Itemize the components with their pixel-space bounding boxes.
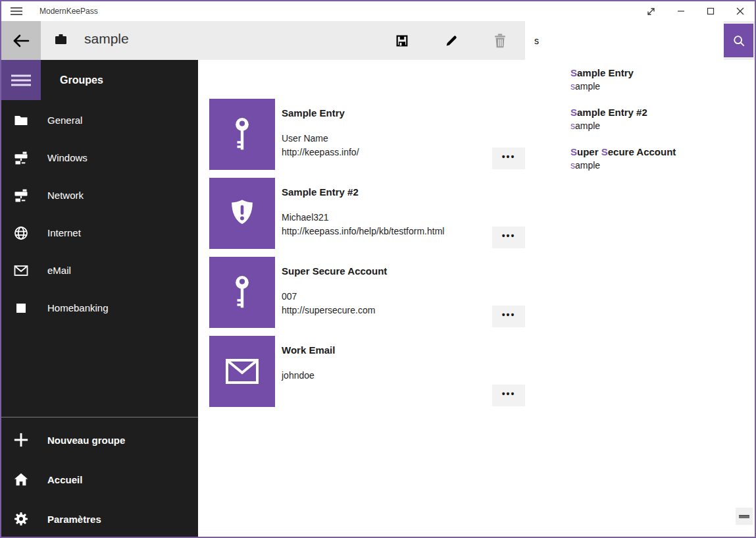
envelope-icon [225, 358, 259, 385]
square-icon [13, 300, 29, 316]
edit-button[interactable] [436, 21, 467, 60]
entry-sample-entry[interactable]: Sample Entry User Name http://keepass.in… [209, 99, 525, 170]
suggestion-title: Sample Entry #2 [570, 106, 755, 119]
folder-icon [13, 113, 29, 128]
briefcase-icon [55, 34, 66, 44]
sidebar-separator [1, 417, 198, 417]
maximize-icon [707, 7, 715, 15]
entry-tile [209, 178, 275, 249]
entry-text: Work Email johndoe [275, 336, 335, 407]
suggestion-sample-entry[interactable]: Sample Entry sample [559, 64, 755, 103]
save-icon [395, 34, 409, 48]
sidebar-item-label: Nouveau groupe [47, 435, 125, 446]
sidebar-item-label: Network [47, 190, 84, 201]
sidebar-item-email[interactable]: eMail [1, 252, 198, 289]
entry-sample-entry-2[interactable]: Sample Entry #2 Michael321 http://keepas… [209, 178, 525, 249]
suggestion-super-secure-account[interactable]: Super Secure Account sample [559, 143, 755, 182]
sidebar-item-windows[interactable]: Windows [1, 139, 198, 176]
suggestion-group: sample [570, 159, 755, 172]
sidebar-item-label: Accueil [47, 474, 82, 485]
entry-username: Michael321 [282, 211, 444, 225]
header: sample [1, 21, 755, 60]
entry-username: 007 [282, 290, 387, 304]
titlebar-menu-button[interactable] [1, 1, 32, 21]
sidebar-item-homebanking[interactable]: Homebanking [1, 289, 198, 327]
entry-more-button[interactable]: ••• [492, 385, 525, 406]
plus-icon [13, 432, 29, 448]
expand-button[interactable] [636, 1, 666, 21]
sidebar-item-network[interactable]: Network [1, 176, 198, 214]
sidebar-item-label: Paramètres [47, 514, 101, 525]
minimize-icon [677, 7, 685, 15]
network-pc-icon [13, 150, 29, 166]
key-icon [231, 117, 253, 151]
minimize-button[interactable] [666, 1, 695, 21]
app-window: ModernKeePass [0, 0, 756, 538]
sidebar-item-settings[interactable]: Paramètres [1, 499, 198, 538]
sidebar-item-label: Windows [47, 152, 88, 163]
search-suggestions: Sample Entry sample Sample Entry #2 samp… [559, 60, 755, 182]
suggestion-sample-entry-2[interactable]: Sample Entry #2 sample [559, 103, 755, 143]
entry-title: Sample Entry [282, 107, 359, 119]
entry-text: Super Secure Account 007 http://supersec… [275, 257, 387, 328]
entry-tile [209, 99, 275, 170]
entry-more-button[interactable]: ••• [492, 306, 525, 327]
entry-work-email[interactable]: Work Email johndoe ••• [209, 336, 525, 407]
expand-icon [647, 7, 655, 16]
sidebar-item-label: Internet [47, 227, 81, 238]
suggestion-group: sample [570, 119, 755, 132]
entry-more-button[interactable]: ••• [492, 148, 525, 169]
hamburger-icon [11, 74, 31, 86]
entry-text: Sample Entry User Name http://keepass.in… [275, 99, 359, 170]
sidebar-item-general[interactable]: General [1, 101, 198, 139]
sidebar-item-home[interactable]: Accueil [1, 460, 198, 499]
entry-text: Sample Entry #2 Michael321 http://keepas… [275, 178, 444, 249]
entry-url: http://keepass.info/ [282, 146, 359, 159]
entry-more-button[interactable]: ••• [492, 227, 525, 248]
entry-username: johndoe [282, 369, 335, 383]
semantic-zoom-out-button[interactable] [736, 508, 753, 525]
minus-icon [739, 515, 749, 518]
search-icon [732, 34, 745, 47]
search-go-button[interactable] [724, 24, 753, 57]
window-controls [636, 1, 755, 21]
sidebar-item-internet[interactable]: Internet [1, 214, 198, 252]
gear-icon [13, 511, 29, 527]
entry-super-secure-account[interactable]: Super Secure Account 007 http://supersec… [209, 257, 525, 328]
entry-username: User Name [282, 132, 359, 146]
pencil-icon [444, 34, 459, 48]
search-input[interactable] [525, 21, 724, 60]
sidebar-item-label: General [47, 115, 82, 126]
entry-title: Work Email [282, 344, 335, 356]
entry-list: Sample Entry User Name http://keepass.in… [209, 99, 525, 415]
shield-exclamation-icon [226, 197, 259, 230]
entry-title: Sample Entry #2 [282, 186, 444, 198]
sidebar-item-new-group[interactable]: Nouveau groupe [1, 420, 198, 460]
globe-icon [13, 225, 29, 241]
trash-icon [493, 34, 507, 48]
save-button[interactable] [386, 21, 418, 60]
key-icon [231, 275, 253, 309]
entry-url: http://supersecure.com [282, 304, 387, 317]
back-arrow-icon [13, 34, 30, 48]
sidebar: Groupes General Windows Network [1, 60, 198, 537]
entry-title: Super Secure Account [282, 265, 387, 277]
close-icon [736, 7, 744, 15]
envelope-icon [13, 263, 29, 279]
entry-url: http://keepass.info/help/kb/testform.htm… [282, 225, 444, 238]
sidebar-menu-button[interactable] [1, 60, 41, 100]
network-pc-icon [13, 188, 29, 203]
suggestion-group: sample [570, 80, 755, 93]
sidebar-actions: Nouveau groupe Accueil Paramètres [1, 420, 198, 538]
suggestion-title: Super Secure Account [570, 146, 755, 159]
app-title: ModernKeePass [39, 7, 98, 16]
delete-button[interactable] [484, 21, 516, 60]
sidebar-item-label: Homebanking [47, 302, 109, 313]
back-button[interactable] [1, 21, 41, 60]
maximize-button[interactable] [695, 1, 725, 21]
titlebar: ModernKeePass [1, 1, 755, 21]
close-button[interactable] [725, 1, 755, 21]
entry-tile [209, 257, 275, 328]
sidebar-item-label: eMail [47, 265, 71, 276]
suggestion-title: Sample Entry [570, 67, 755, 80]
